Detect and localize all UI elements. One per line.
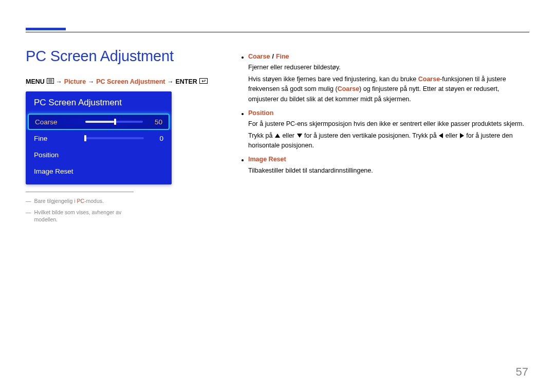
bullet-icon	[242, 159, 244, 161]
bullet-title-text: Position	[248, 108, 273, 118]
body-text: Trykk på eller for å justere den vertika…	[248, 131, 529, 151]
description-list: Coarse/Fine Fjerner eller reduserer bild…	[242, 52, 529, 176]
triangle-up-icon	[275, 134, 280, 138]
menu-icon	[47, 78, 54, 85]
dash-icon: ―	[26, 209, 31, 223]
osd-label: Position	[34, 151, 80, 159]
footnotes: ― Bare tilgjengelig i PC-modus. ― Hvilke…	[26, 192, 134, 223]
footnote-text: Hvilket bilde som vises, avhenger av mod…	[34, 209, 134, 223]
text: Trykk på	[248, 132, 274, 139]
page-title: PC Screen Adjustment	[26, 48, 226, 65]
osd-panel: PC Screen Adjustment Coarse 50 Fine	[26, 91, 172, 184]
osd-label: Coarse	[35, 118, 81, 126]
osd-slider-handle[interactable]	[84, 135, 86, 141]
osd-slider-fill	[85, 121, 114, 123]
footnote-text: -modus.	[84, 198, 104, 204]
osd-title: PC Screen Adjustment	[26, 91, 172, 114]
osd-row-fine[interactable]: Fine 0	[26, 130, 172, 146]
body-text: Tilbakestiller bildet til standardinnsti…	[248, 166, 529, 176]
breadcrumb: MENU → Picture → PC Screen Adjustment → …	[26, 78, 226, 85]
accent-text: Coarse	[338, 85, 359, 92]
enter-icon	[199, 78, 208, 85]
osd-row-position[interactable]: Position	[26, 146, 172, 163]
footnote-2: ― Hvilket bilde som vises, avhenger av m…	[26, 209, 134, 223]
triangle-right-icon	[460, 133, 464, 138]
bullet-title-text: Coarse	[248, 53, 270, 60]
body-text: Hvis støyen ikke fjernes bare ved finjus…	[248, 74, 529, 104]
text: Hvis støyen ikke fjernes bare ved finjus…	[248, 76, 418, 83]
section-marker	[26, 28, 66, 30]
triangle-down-icon	[297, 134, 302, 138]
osd-label: Fine	[34, 135, 80, 142]
osd-slider[interactable]	[85, 121, 143, 123]
footnote-accent: PC	[77, 198, 84, 204]
bullet-title-text: Fine	[276, 53, 289, 60]
bullet-coarse-fine: Coarse/Fine Fjerner eller reduserer bild…	[242, 52, 529, 104]
page-number: 57	[516, 365, 528, 379]
accent-text: Coarse	[418, 76, 440, 83]
osd-row-coarse[interactable]: Coarse 50	[28, 114, 170, 130]
arrow-icon: →	[88, 78, 94, 85]
osd-slider[interactable]	[84, 137, 144, 139]
top-rule	[26, 32, 529, 32]
footnote-1: ― Bare tilgjengelig i PC-modus.	[26, 197, 134, 205]
breadcrumb-enter: ENTER	[176, 78, 197, 85]
bullet-image-reset: Image Reset Tilbakestiller bildet til st…	[242, 155, 529, 176]
osd-label: Image Reset	[34, 167, 163, 175]
text: eller	[443, 132, 459, 139]
bullet-icon	[242, 113, 244, 115]
osd-spacer	[26, 179, 172, 184]
arrow-icon: →	[56, 78, 62, 85]
triangle-left-icon	[439, 133, 443, 138]
breadcrumb-menu: MENU	[26, 78, 45, 85]
text: for å justere den vertikale posisjonen. …	[303, 132, 439, 139]
breadcrumb-pcscreen: PC Screen Adjustment	[96, 78, 165, 85]
osd-slider-handle[interactable]	[114, 119, 116, 125]
body-text: Fjerner eller reduserer bildestøy.	[248, 63, 529, 72]
text: eller	[281, 132, 297, 139]
osd-row-image-reset[interactable]: Image Reset	[26, 163, 172, 179]
bullet-icon	[242, 57, 244, 59]
bullet-position: Position For å justere PC-ens skjermposi…	[242, 108, 529, 151]
body-text: For å justere PC-ens skjermposisjon hvis…	[248, 119, 529, 129]
osd-value: 50	[147, 118, 162, 126]
footnote-text: Bare tilgjengelig i	[34, 198, 77, 204]
dash-icon: ―	[26, 197, 31, 205]
breadcrumb-picture: Picture	[64, 78, 86, 85]
osd-value: 0	[148, 135, 163, 142]
bullet-title-text: Image Reset	[248, 155, 286, 164]
arrow-icon: →	[168, 78, 174, 85]
slash: /	[272, 53, 273, 60]
